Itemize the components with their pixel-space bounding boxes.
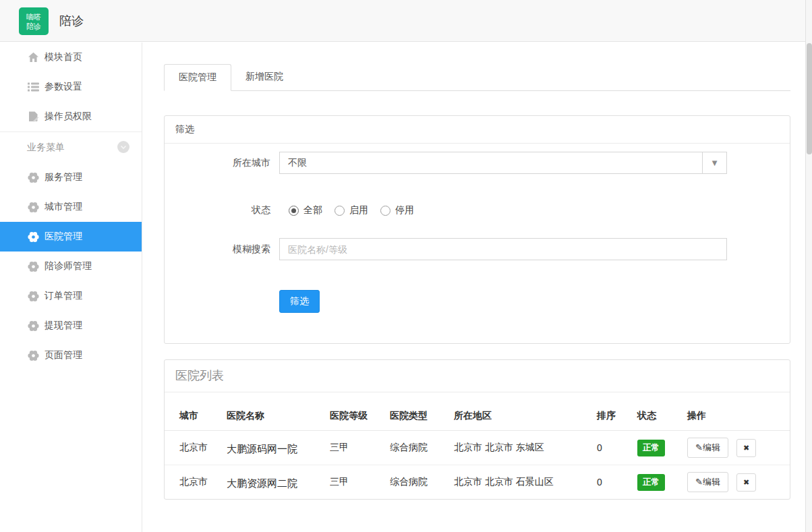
- sidebar-item-label: 参数设置: [45, 81, 82, 93]
- cell-type: 综合病院: [384, 431, 448, 465]
- gear-icon: [27, 231, 39, 243]
- column-header-sort: 排序: [591, 392, 632, 431]
- city-label: 所在城市: [165, 157, 270, 169]
- column-header-city: 城市: [165, 392, 221, 431]
- gear-icon: [27, 320, 39, 332]
- scrollbar-thumb[interactable]: [807, 43, 812, 154]
- edit-button[interactable]: ✎编辑: [687, 472, 728, 492]
- cell-type: 综合病院: [384, 465, 448, 500]
- sidebar-item-city-management[interactable]: 城市管理: [0, 192, 142, 222]
- column-header-grade: 医院等级: [324, 392, 384, 431]
- sidebar-item-label: 模块首页: [45, 51, 82, 63]
- gear-icon: [27, 349, 39, 361]
- radio-label: 全部: [303, 204, 322, 216]
- sidebar-item-page-management[interactable]: 页面管理: [0, 341, 142, 370]
- radio-status-disabled[interactable]: 停用: [380, 204, 414, 216]
- page: 嘀嗒 陪诊 陪诊 模块首页 参数设置: [0, 0, 812, 532]
- delete-button[interactable]: ✖: [736, 439, 756, 457]
- logo-text-line1: 嘀嗒: [26, 12, 41, 22]
- column-header-status: 状态: [632, 392, 682, 431]
- gear-icon: [27, 171, 39, 183]
- sidebar-item-label: 操作员权限: [45, 111, 92, 123]
- sidebar-item-operator-permissions[interactable]: 操作员权限: [0, 102, 142, 131]
- column-header-area: 所在地区: [448, 392, 591, 431]
- sidebar-item-label: 页面管理: [45, 349, 82, 361]
- sidebar-item-label: 服务管理: [45, 171, 82, 183]
- status-label: 状态: [165, 204, 270, 216]
- radio-label: 停用: [395, 204, 414, 216]
- row-actions: ✎编辑 ✖: [687, 438, 784, 458]
- sidebar-section-business-menu: 业务菜单: [0, 132, 142, 162]
- cell-grade: 三甲: [324, 431, 384, 465]
- radio-status-enabled[interactable]: 启用: [335, 204, 368, 216]
- home-icon: [27, 51, 39, 63]
- hospital-list-title: 医院列表: [165, 360, 790, 392]
- table-row: 北京市 大鹏资源网二院 三甲 综合病院 北京市 北京市 石景山区 0 正常 ✎编…: [165, 465, 790, 500]
- logo-text-line2: 陪诊: [26, 22, 41, 31]
- status-badge: 正常: [637, 440, 665, 456]
- page-title: 陪诊: [59, 0, 84, 42]
- sidebar-item-label: 医院管理: [45, 231, 82, 243]
- sidebar-item-module-home[interactable]: 模块首页: [0, 42, 142, 72]
- tab-add-hospital[interactable]: 新增医院: [231, 64, 297, 90]
- filter-form: 所在城市 不限 ▼ 状态 全部 启: [165, 144, 790, 343]
- cell-grade: 三甲: [324, 465, 384, 500]
- list-icon: [27, 81, 39, 93]
- radio-icon: [380, 206, 390, 216]
- cell-area: 北京市 北京市 石景山区: [448, 465, 591, 500]
- app-header: 嘀嗒 陪诊 陪诊: [0, 0, 805, 42]
- cell-area: 北京市 北京市 东城区: [448, 431, 591, 465]
- chevron-down-icon[interactable]: ▼: [703, 152, 727, 174]
- page-scrollbar[interactable]: [805, 0, 812, 532]
- delete-button[interactable]: ✖: [736, 473, 756, 492]
- sidebar-section-label: 业务菜单: [27, 142, 65, 154]
- cell-city: 北京市: [165, 465, 221, 500]
- chevron-down-circle-icon[interactable]: [117, 141, 129, 155]
- document-icon: [27, 111, 39, 123]
- cell-sort: 0: [591, 465, 632, 500]
- status-badge: 正常: [637, 474, 665, 491]
- gear-icon: [27, 290, 39, 302]
- sidebar-item-withdrawal-management[interactable]: 提现管理: [0, 311, 142, 341]
- radio-icon: [335, 206, 345, 216]
- sidebar-item-label: 陪诊师管理: [45, 260, 92, 272]
- column-header-name: 医院名称: [221, 392, 324, 431]
- hospital-list-panel: 医院列表 城市 医院名称 医院等级 医院类型 所在地区 排序 状态 操作: [164, 359, 790, 500]
- hospital-table: 城市 医院名称 医院等级 医院类型 所在地区 排序 状态 操作 北京市 大鹏源码…: [165, 392, 790, 499]
- main-content: 医院管理 新增医院 筛选 所在城市 不限 ▼ 状态: [143, 42, 805, 532]
- sidebar-item-parameter-settings[interactable]: 参数设置: [0, 72, 142, 102]
- row-actions: ✎编辑 ✖: [687, 472, 784, 492]
- cell-hospital-name: 大鹏源码网一院: [221, 431, 324, 465]
- city-select[interactable]: 不限 ▼: [279, 152, 727, 174]
- search-label: 模糊搜索: [165, 243, 270, 256]
- form-row-city: 所在城市 不限 ▼: [165, 152, 790, 174]
- table-row: 北京市 大鹏源码网一院 三甲 综合病院 北京市 北京市 东城区 0 正常 ✎编辑…: [165, 431, 790, 465]
- sidebar-item-escort-management[interactable]: 陪诊师管理: [0, 252, 142, 281]
- cell-sort: 0: [591, 431, 632, 465]
- gear-icon: [27, 260, 39, 272]
- sidebar-item-hospital-management[interactable]: 医院管理: [0, 222, 142, 252]
- tab-bar: 医院管理 新增医院: [164, 64, 790, 91]
- radio-label: 启用: [349, 204, 368, 216]
- column-header-actions: 操作: [682, 392, 790, 431]
- filter-panel-title: 筛选: [165, 116, 790, 144]
- sidebar-item-service-management[interactable]: 服务管理: [0, 162, 142, 192]
- filter-panel: 筛选 所在城市 不限 ▼ 状态 全部: [164, 115, 790, 344]
- tab-hospital-management[interactable]: 医院管理: [164, 64, 231, 91]
- status-radio-group: 全部 启用 停用: [289, 204, 414, 216]
- sidebar: 模块首页 参数设置 操作员权限 业务菜单: [0, 42, 142, 532]
- sidebar-item-order-management[interactable]: 订单管理: [0, 281, 142, 311]
- radio-icon: [289, 206, 299, 216]
- form-row-status: 状态 全部 启用 停用: [165, 204, 790, 216]
- form-row-search: 模糊搜索: [165, 238, 790, 260]
- cell-city: 北京市: [165, 431, 221, 465]
- edit-button[interactable]: ✎编辑: [687, 438, 728, 458]
- column-header-type: 医院类型: [384, 392, 448, 431]
- city-select-value[interactable]: 不限: [279, 152, 703, 174]
- radio-status-all[interactable]: 全部: [289, 204, 322, 216]
- filter-submit-button[interactable]: 筛选: [279, 290, 320, 313]
- cell-hospital-name: 大鹏资源网二院: [221, 465, 324, 500]
- form-row-submit: 筛选: [165, 290, 790, 313]
- sidebar-item-label: 提现管理: [45, 320, 82, 332]
- search-input[interactable]: [279, 238, 727, 260]
